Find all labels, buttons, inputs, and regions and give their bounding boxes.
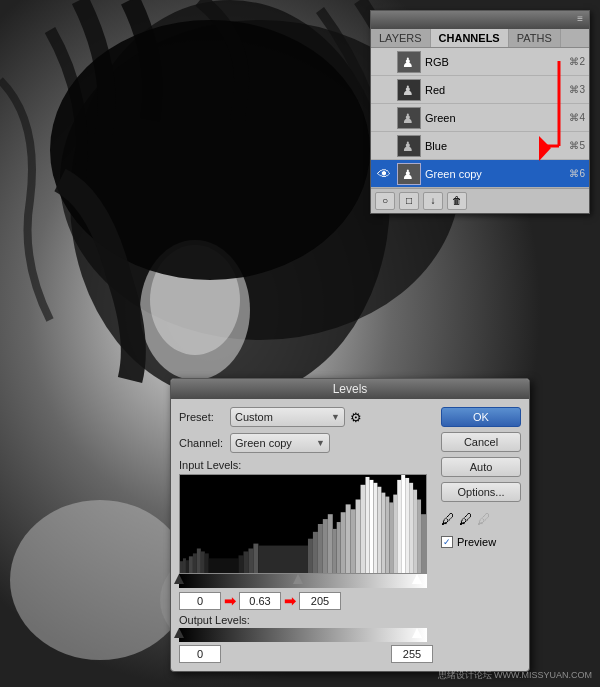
input-values-row: 0 ➡ 0.63 ➡ 205	[179, 592, 433, 610]
auto-button[interactable]: Auto	[441, 457, 521, 477]
output-section: Output Levels: 0 255	[179, 614, 433, 663]
channel-name-blue: Blue	[425, 140, 569, 152]
svg-text:♟: ♟	[402, 83, 414, 98]
channel-thumb-green-copy: ♟	[397, 163, 421, 185]
svg-rect-35	[328, 514, 333, 573]
svg-rect-18	[183, 558, 186, 573]
options-button[interactable]: Options...	[441, 482, 521, 502]
svg-rect-48	[385, 497, 389, 573]
channel-row-green-copy[interactable]: 👁 ♟ Green copy ⌘6	[371, 160, 589, 188]
channel-select[interactable]: Green copy ▼	[230, 433, 330, 453]
svg-rect-32	[313, 532, 318, 573]
svg-rect-46	[377, 487, 381, 573]
preset-dropdown-arrow: ▼	[331, 412, 340, 422]
channel-name-rgb: RGB	[425, 56, 569, 68]
levels-title: Levels	[333, 382, 368, 396]
channels-rows: ♟ RGB ⌘2 ♟ Red ⌘3 ♟ Green ⌘4 ♟	[371, 48, 589, 188]
svg-rect-42	[361, 485, 366, 573]
svg-rect-21	[193, 553, 197, 573]
channel-row-rgb[interactable]: ♟ RGB ⌘2	[371, 48, 589, 76]
preview-label: Preview	[457, 536, 496, 548]
tab-channels[interactable]: CHANNELS	[431, 29, 509, 47]
channel-thumb-blue: ♟	[397, 135, 421, 157]
svg-rect-57	[421, 514, 426, 573]
svg-rect-33	[318, 524, 323, 573]
channels-panel-footer: ○ □ ↓ 🗑	[371, 188, 589, 213]
midpoint-value[interactable]: 0.63	[239, 592, 281, 610]
preview-checkbox[interactable]: ✓	[441, 536, 453, 548]
svg-rect-40	[351, 509, 356, 573]
black-point-slider[interactable]	[174, 574, 184, 584]
channel-shortcut-red: ⌘3	[569, 84, 585, 95]
channel-thumb-green: ♟	[397, 107, 421, 129]
output-white-slider[interactable]	[412, 628, 422, 638]
eyedropper-row: 🖊 🖊 🖊	[441, 511, 521, 527]
svg-rect-45	[373, 483, 377, 573]
channel-row-blue[interactable]: ♟ Blue ⌘5	[371, 132, 589, 160]
svg-rect-47	[381, 493, 385, 573]
histogram-svg	[180, 475, 426, 573]
white-eyedropper-icon[interactable]: 🖊	[477, 511, 491, 527]
panel-menu-icon[interactable]: ≡	[577, 13, 583, 24]
svg-text:♟: ♟	[402, 167, 414, 182]
midpoint-slider[interactable]	[293, 574, 303, 584]
svg-rect-41	[356, 500, 361, 574]
tab-layers[interactable]: LAYERS	[371, 29, 431, 47]
arrow-icon-2: ➡	[284, 593, 296, 609]
black-eyedropper-icon[interactable]: 🖊	[441, 511, 455, 527]
svg-rect-34	[323, 519, 328, 573]
svg-rect-50	[393, 495, 397, 573]
ok-button[interactable]: OK	[441, 407, 521, 427]
svg-rect-49	[389, 502, 393, 573]
channel-row: Channel: Green copy ▼	[179, 433, 433, 453]
svg-rect-56	[417, 500, 421, 574]
svg-rect-28	[248, 549, 253, 574]
channel-circle-btn[interactable]: ○	[375, 192, 395, 210]
svg-rect-52	[401, 475, 405, 573]
input-slider-track	[179, 574, 427, 588]
levels-left-column: Preset: Custom ▼ ⚙ Channel: Green copy ▼…	[179, 407, 433, 663]
channel-row-green[interactable]: ♟ Green ⌘4	[371, 104, 589, 132]
channel-rect-btn[interactable]: □	[399, 192, 419, 210]
channel-name-red: Red	[425, 84, 569, 96]
output-black-slider[interactable]	[174, 628, 184, 638]
channel-value: Green copy	[235, 437, 292, 449]
output-black-value[interactable]: 0	[179, 645, 221, 663]
histogram-container: Input Levels:	[179, 459, 433, 610]
svg-rect-55	[413, 490, 417, 573]
svg-text:♟: ♟	[402, 55, 414, 70]
preset-row: Preset: Custom ▼ ⚙	[179, 407, 433, 427]
output-values-row: 0 255	[179, 645, 433, 663]
gray-eyedropper-icon[interactable]: 🖊	[459, 511, 473, 527]
white-point-value[interactable]: 205	[299, 592, 341, 610]
svg-rect-30	[258, 546, 308, 573]
svg-rect-36	[333, 529, 337, 573]
preset-select[interactable]: Custom ▼	[230, 407, 345, 427]
black-point-value[interactable]: 0	[179, 592, 221, 610]
svg-rect-19	[186, 560, 189, 573]
output-white-value[interactable]: 255	[391, 645, 433, 663]
channels-tabs: LAYERS CHANNELS PATHS	[371, 29, 589, 48]
channel-name-green: Green	[425, 112, 569, 124]
svg-rect-26	[239, 555, 244, 573]
channel-shortcut-green-copy: ⌘6	[569, 168, 585, 179]
preset-value: Custom	[235, 411, 273, 423]
channel-thumb-red: ♟	[397, 79, 421, 101]
svg-rect-24	[205, 553, 209, 573]
channel-save-btn[interactable]: ↓	[423, 192, 443, 210]
eye-icon-green-copy[interactable]: 👁	[375, 166, 393, 182]
tab-paths[interactable]: PATHS	[509, 29, 561, 47]
svg-rect-29	[253, 544, 258, 573]
channel-row-red[interactable]: ♟ Red ⌘3	[371, 76, 589, 104]
preview-row: ✓ Preview	[441, 536, 521, 548]
cancel-button[interactable]: Cancel	[441, 432, 521, 452]
svg-rect-20	[189, 556, 193, 573]
channel-shortcut-blue: ⌘5	[569, 140, 585, 151]
channel-shortcut-green: ⌘4	[569, 112, 585, 123]
white-point-slider[interactable]	[412, 574, 422, 584]
histogram	[179, 474, 427, 574]
preset-settings-icon[interactable]: ⚙	[350, 410, 362, 425]
output-slider-track	[179, 628, 427, 642]
svg-rect-27	[243, 551, 248, 573]
channel-delete-btn[interactable]: 🗑	[447, 192, 467, 210]
